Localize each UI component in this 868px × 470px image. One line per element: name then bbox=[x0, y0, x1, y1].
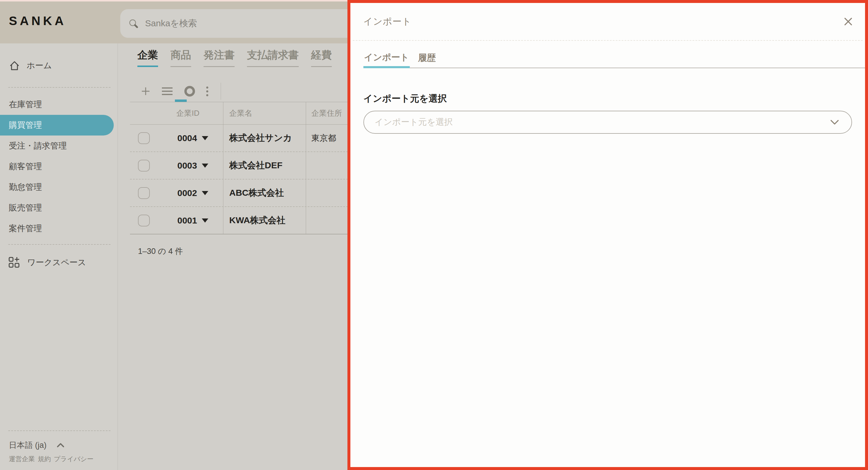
footer-link-terms[interactable]: 規約 bbox=[38, 455, 51, 464]
sidebar-item-workspace[interactable]: ワークスペース bbox=[0, 254, 118, 271]
column-header-company-name: 企業名 bbox=[229, 108, 252, 119]
company-name[interactable]: 株式会社サンカ bbox=[229, 132, 292, 144]
company-id[interactable]: 0003 bbox=[177, 161, 197, 171]
search-icon bbox=[128, 19, 138, 29]
select-placeholder: インポート元を選択 bbox=[375, 116, 453, 128]
header-checkbox-cell bbox=[130, 102, 154, 124]
row-checkbox[interactable] bbox=[138, 214, 150, 227]
row-checkbox[interactable] bbox=[138, 160, 150, 171]
footer-link-company[interactable]: 運営企業 bbox=[9, 455, 35, 464]
entity-tabs: 企業 商品 発注書 支払請求書 経費 bbox=[137, 48, 332, 67]
company-id[interactable]: 0002 bbox=[177, 188, 197, 198]
sidebar-divider bbox=[8, 244, 111, 245]
row-checkbox[interactable] bbox=[138, 132, 150, 144]
company-name[interactable]: KWA株式会社 bbox=[229, 214, 285, 227]
close-icon[interactable] bbox=[843, 16, 853, 27]
pagination-summary: 1–30 の 4 件 bbox=[138, 246, 183, 257]
modal-tabs: インポート 履歴 bbox=[363, 52, 865, 68]
search-placeholder: Sankaを検索 bbox=[145, 18, 197, 30]
tab-purchase-orders[interactable]: 発注書 bbox=[204, 48, 235, 67]
list-view-icon[interactable] bbox=[161, 87, 173, 96]
caret-down-icon[interactable] bbox=[202, 164, 208, 168]
company-address: 東京都 bbox=[311, 133, 336, 144]
import-source-select[interactable]: インポート元を選択 bbox=[363, 111, 852, 134]
add-record-icon[interactable] bbox=[141, 87, 150, 96]
active-view-indicator bbox=[175, 100, 187, 102]
modal-title: インポート bbox=[363, 15, 411, 28]
modal-header-divider bbox=[353, 40, 863, 41]
footer-link-privacy[interactable]: プライバシー bbox=[54, 455, 94, 464]
import-source-section: インポート元を選択 インポート元を選択 bbox=[363, 92, 865, 134]
sidebar-divider bbox=[8, 87, 111, 88]
modal-header: インポート bbox=[350, 3, 865, 40]
caret-down-icon[interactable] bbox=[202, 191, 208, 195]
more-options-icon[interactable] bbox=[206, 87, 208, 96]
caret-down-icon[interactable] bbox=[202, 219, 208, 223]
footer-links: 運営企業 規約 プライバシー bbox=[0, 455, 118, 464]
toolbar-divider bbox=[221, 83, 221, 100]
sidebar-item-projects[interactable]: 案件管理 bbox=[0, 218, 118, 239]
circle-view-icon[interactable] bbox=[184, 86, 195, 97]
sidebar-workspace-label: ワークスペース bbox=[27, 257, 86, 268]
chevron-down-icon bbox=[830, 120, 839, 125]
sidebar-home-label: ホーム bbox=[27, 60, 52, 71]
sidebar-footer: 日本語 (ja) 運営企業 規約 プライバシー bbox=[0, 430, 118, 470]
tab-expenses[interactable]: 経費 bbox=[311, 48, 332, 67]
row-checkbox[interactable] bbox=[138, 187, 150, 199]
sidebar-item-attendance[interactable]: 勤怠管理 bbox=[0, 177, 118, 198]
sidebar-item-customers[interactable]: 顧客管理 bbox=[0, 156, 118, 177]
language-label: 日本語 (ja) bbox=[9, 440, 47, 450]
modal-tab-import[interactable]: インポート bbox=[363, 52, 410, 68]
language-selector[interactable]: 日本語 (ja) bbox=[0, 440, 118, 450]
home-icon bbox=[9, 60, 20, 71]
workspace-grid-plus-icon bbox=[8, 257, 20, 268]
sidebar-item-sales[interactable]: 販売管理 bbox=[0, 198, 118, 218]
column-header-company-id: 企業ID bbox=[176, 108, 199, 119]
tab-companies[interactable]: 企業 bbox=[137, 48, 158, 67]
sidebar-divider bbox=[8, 430, 111, 431]
app-root: SANKA Sankaを検索 ホーム 在庫管理 購買管理 bbox=[0, 0, 868, 470]
sidebar-item-inventory[interactable]: 在庫管理 bbox=[0, 94, 118, 115]
company-id[interactable]: 0001 bbox=[177, 215, 197, 226]
caret-down-icon[interactable] bbox=[202, 136, 208, 140]
import-source-heading: インポート元を選択 bbox=[363, 92, 865, 105]
tab-payment-invoices[interactable]: 支払請求書 bbox=[247, 48, 299, 67]
sidebar-item-purchasing[interactable]: 購買管理 bbox=[0, 115, 114, 135]
import-modal: インポート インポート 履歴 インポート元を選択 インポート元を選択 bbox=[347, 0, 868, 470]
table-toolbar bbox=[141, 82, 221, 100]
brand-logo: SANKA bbox=[9, 14, 66, 28]
chevron-up-icon bbox=[57, 443, 64, 447]
sidebar-item-orders-billing[interactable]: 受注・請求管理 bbox=[0, 135, 118, 156]
column-header-company-address: 企業住所 bbox=[311, 108, 342, 119]
company-name[interactable]: 株式会社DEF bbox=[229, 160, 282, 171]
sidebar-item-home[interactable]: ホーム bbox=[0, 59, 118, 72]
company-name[interactable]: ABC株式会社 bbox=[229, 187, 284, 199]
sidebar: ホーム 在庫管理 購買管理 受注・請求管理 顧客管理 勤怠管理 販売管理 案件管… bbox=[0, 43, 118, 470]
sidebar-nav: 在庫管理 購買管理 受注・請求管理 顧客管理 勤怠管理 販売管理 案件管理 bbox=[0, 94, 118, 239]
tab-products[interactable]: 商品 bbox=[170, 48, 191, 67]
modal-tab-history[interactable]: 履歴 bbox=[417, 52, 436, 68]
company-id[interactable]: 0004 bbox=[177, 133, 197, 143]
